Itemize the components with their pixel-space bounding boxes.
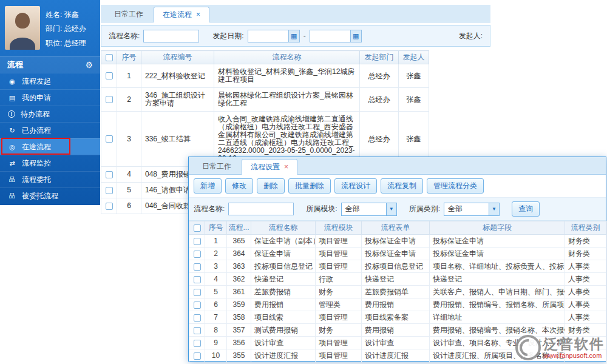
cell-code: 222_材料验收登记: [141, 64, 214, 88]
cell-no: 9: [205, 337, 227, 349]
table-row[interactable]: 2346_施工组织设计方案申请晨铭园林绿化工程组织设计方案_晨铭园林绿化工程总经…: [101, 88, 429, 112]
category-label: 所属类别:: [409, 204, 440, 214]
fanpu-logo-icon: [515, 335, 541, 360]
cell-no: 3: [205, 260, 227, 273]
cell-title_field: 关联客户、报销人、申请日期、部门、报销合计: [430, 286, 565, 298]
close-tab-icon[interactable]: ×: [196, 11, 200, 18]
sidebar-item-label: 流程委托: [22, 175, 51, 185]
gear-icon[interactable]: ⚙: [85, 60, 93, 70]
search-button[interactable]: 查询: [512, 201, 540, 217]
select-all-checkbox[interactable]: [106, 54, 113, 61]
calendar-icon[interactable]: ▦: [350, 30, 361, 42]
cell-code: 358: [227, 311, 251, 324]
table-row[interactable]: 1222_材料验收登记材料验收登记_材料采购_张鑫_华润12城房建工程项目总经办…: [101, 64, 429, 88]
row-checkbox[interactable]: [194, 352, 201, 360]
flow-design-button[interactable]: 流程设计: [334, 178, 377, 194]
date-to-input[interactable]: [310, 30, 350, 42]
flow-name-input[interactable]: [143, 30, 199, 42]
toolbar: 新增 修改 删除 批量删除 流程设计 流程复制 管理流程分类: [189, 175, 606, 198]
row-checkbox[interactable]: [106, 171, 113, 178]
flow-name-label: 流程名称:: [109, 31, 140, 41]
select-all-checkbox[interactable]: [194, 224, 201, 232]
table-row[interactable]: 3363投标项目信息登记项目管理投标项目信息登记项目名称、详细地址、投标负责人、…: [189, 260, 606, 273]
col-header-no: 序号: [117, 51, 141, 64]
tab-inprocess-flows[interactable]: 在途流程 ×: [154, 7, 209, 22]
batch-delete-button[interactable]: 批量删除: [288, 178, 331, 194]
document-icon: ▤: [8, 94, 16, 102]
delete-button[interactable]: 删除: [257, 178, 285, 194]
flow-settings-window: 日常工作 流程设置 × 新增 修改 删除 批量删除 流程设计 流程复制 管理流程…: [188, 157, 606, 362]
row-checkbox[interactable]: [106, 72, 113, 79]
sidebar: 姓名: 张鑫 部门: 总经办 职位: 总经理 流程 ⚙ ◉ 流程发起 ▤ 我的申…: [0, 0, 100, 205]
tab-flow-settings[interactable]: 流程设置 ×: [242, 159, 297, 175]
sidebar-item-process-start[interactable]: ◉ 流程发起: [0, 73, 100, 89]
flow-copy-button[interactable]: 流程复制: [381, 178, 423, 194]
cell-no: 2: [205, 248, 227, 260]
tab-daily-work[interactable]: 日常工作: [194, 158, 240, 174]
tab-daily-work[interactable]: 日常工作: [106, 6, 152, 22]
cell-title_field: 投标保证金申请: [430, 248, 565, 260]
cell-initiator: 张鑫: [399, 88, 429, 112]
row-checkbox[interactable]: [106, 96, 113, 103]
close-tab-icon[interactable]: ×: [284, 163, 288, 170]
category-select[interactable]: 全部 ▼: [444, 203, 500, 216]
cell-no: 1: [205, 235, 227, 248]
sidebar-item-my-applications[interactable]: ▤ 我的申请: [0, 89, 100, 106]
date-from-input[interactable]: [248, 30, 288, 42]
table-row[interactable]: 1365保证金申请（副本）项目管理投标保证金申请投标保证金申请财务类: [189, 235, 606, 248]
cell-title_field: 详细地址: [430, 311, 565, 324]
row-checkbox[interactable]: [194, 314, 201, 322]
table-row[interactable]: 4362快递登记行政快递登记快递登记人事类: [189, 273, 606, 286]
row-checkbox[interactable]: [194, 340, 201, 347]
cell-module: 财务: [316, 324, 362, 337]
col-header-form: 流程表单: [362, 221, 430, 235]
module-select[interactable]: 全部 ▼: [341, 203, 397, 216]
cell-form: 差旅费报销单: [362, 286, 430, 298]
sidebar-item-inprocess-flows[interactable]: ◎ 在途流程: [0, 138, 100, 155]
sidebar-item-flow-monitor[interactable]: ⇄ 流程监控: [0, 155, 100, 171]
table-row[interactable]: 2364保证金申请项目管理投标保证金申请投标保证金申请财务类: [189, 248, 606, 260]
table-row[interactable]: 7358项目线索项目管理项目线索备案详细地址人事类: [189, 311, 606, 324]
sidebar-item-flow-delegate[interactable]: 品 流程委托: [0, 171, 100, 187]
watermark: 泛普软件 www.fanpusoft.com: [515, 335, 605, 360]
cell-code: 355: [227, 349, 251, 362]
cell-module: 项目管理: [316, 260, 362, 273]
sidebar-item-pending-flows[interactable]: ! 待办流程: [0, 106, 100, 122]
cell-name: 保证金申请: [251, 248, 316, 260]
cell-name: 差旅费报销: [251, 286, 316, 298]
row-checkbox[interactable]: [106, 203, 113, 210]
table-row[interactable]: 6359费用报销管理类费用报销费用报销、报销编号、报销名称、所属项目人事类: [189, 298, 606, 311]
sidebar-item-completed-flows[interactable]: ↻ 已办流程: [0, 122, 100, 138]
cell-name: 快递登记: [251, 273, 316, 286]
sitemap-icon: 品: [8, 175, 16, 184]
cell-title_field: 项目名称、详细地址、投标负责人、投标日期: [430, 260, 565, 273]
cell-category: 人事类: [565, 286, 606, 298]
row-checkbox[interactable]: [194, 251, 201, 258]
flow-name-input[interactable]: [228, 203, 294, 215]
sidebar-menu: ◉ 流程发起 ▤ 我的申请 ! 待办流程 ↻ 已办流程 ◎ 在途流程 ⇄ 流程监…: [0, 73, 100, 204]
sidebar-item-delegated-flows[interactable]: 品 被委托流程: [0, 187, 100, 204]
manage-category-button[interactable]: 管理流程分类: [427, 178, 484, 194]
cell-no: 5: [117, 183, 141, 198]
row-checkbox[interactable]: [106, 135, 113, 143]
watermark-brand: 泛普软件: [544, 336, 605, 352]
cell-module: 项目管理: [316, 349, 362, 362]
calendar-icon[interactable]: ▦: [288, 30, 299, 42]
broadcast-icon: ◉: [8, 78, 16, 86]
row-checkbox[interactable]: [194, 327, 201, 334]
edit-button[interactable]: 修改: [225, 178, 253, 194]
row-checkbox[interactable]: [194, 263, 201, 271]
cell-code: 362: [227, 273, 251, 286]
table-row[interactable]: 5361差旅费报销财务差旅费报销单关联客户、报销人、申请日期、部门、报销合计人事…: [189, 286, 606, 298]
cell-code: 346_施工组织设计方案申请: [141, 88, 214, 112]
row-checkbox[interactable]: [194, 238, 201, 245]
cell-code: 357: [227, 324, 251, 337]
col-header-code: 流程...: [227, 221, 251, 235]
date-range-separator: -: [304, 32, 306, 40]
add-button[interactable]: 新增: [194, 178, 222, 194]
row-checkbox[interactable]: [194, 276, 201, 283]
row-checkbox[interactable]: [194, 289, 201, 296]
sidebar-item-label: 流程监控: [22, 158, 51, 169]
row-checkbox[interactable]: [194, 302, 201, 309]
row-checkbox[interactable]: [106, 187, 113, 194]
